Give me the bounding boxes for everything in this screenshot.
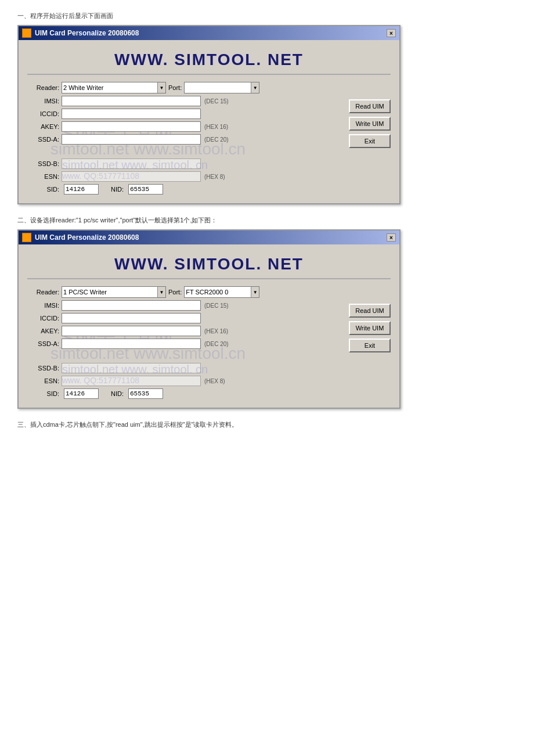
nid-input-1[interactable] (128, 184, 163, 195)
brand-header-1: WWW. SIMTOOL. NET (27, 46, 391, 75)
imsi-row-1: IMSI: (DEC 15) (27, 96, 344, 106)
port-label-2: Port: (168, 289, 182, 296)
ssdb-row-2: SSD-B: simtool.net www. simtool. cn (27, 363, 344, 373)
nid-label-2: NID: (103, 390, 124, 397)
ssda-label-2: SSD-A: (27, 340, 59, 347)
iccid-label-1: ICCID: (27, 110, 59, 117)
esn-note-2: (HEX 8) (204, 378, 225, 384)
iccid-label-2: ICCID: (27, 315, 59, 322)
port-select-2[interactable]: FT SCR2000 0 (184, 286, 259, 298)
akey-input-2[interactable] (62, 326, 201, 336)
imsi-row-2: IMSI: (DEC 15) (27, 300, 344, 311)
reader-select-1[interactable]: 2 White Writer (62, 82, 166, 93)
akey-note-1: (HEX 16) (204, 124, 228, 130)
port-select-wrapper-2: FT SCR2000 0 ▼ (184, 286, 259, 298)
ssda-label-1: SSD-A: (27, 136, 59, 143)
window-body-2: WWW. SIMTOOL. NET Reader: 1 PC/SC Writer… (19, 244, 399, 408)
brand-header-2: WWW. SIMTOOL. NET (27, 250, 391, 279)
exit-button-1[interactable]: Exit (349, 134, 391, 148)
esn-row-1: ESN: (HEX 8) www. QQ:517771108 (27, 171, 344, 182)
window-title-2: UIM Card Personalize 20080608 (35, 233, 139, 242)
sid-row-2: SID: NID: (27, 388, 344, 399)
app-icon-2 (22, 233, 31, 242)
sid-row-1: SID: NID: (27, 184, 344, 195)
buttons-col-1: Read UIM Write UIM Exit (349, 82, 391, 195)
reader-row-1: Reader: 2 White Writer ▼ Port: ▼ (27, 82, 344, 93)
instruction-3: 三、插入cdma卡,芯片触点朝下,按"read uim",跳出提示框按"是"读取… (17, 420, 517, 429)
read-uim-button-2[interactable]: Read UIM (349, 304, 391, 318)
ssdb-row-1: SSD-B: simtool.net www. simtool. cn (27, 159, 344, 169)
nid-input-2[interactable] (128, 388, 163, 399)
akey-label-2: AKEY: (27, 327, 59, 334)
reader-select-wrapper-2: 1 PC/SC Writer ▼ (62, 286, 166, 298)
akey-label-1: AKEY: (27, 123, 59, 130)
esn-label-2: ESN: (27, 377, 59, 384)
akey-row-2: AKEY: (HEX 16) (27, 326, 344, 336)
buttons-col-2: Read UIM Write UIM Exit (349, 286, 391, 399)
fields-col-2: Reader: 1 PC/SC Writer ▼ Port: FT SCR200… (27, 286, 344, 399)
reader-select-2[interactable]: 1 PC/SC Writer (62, 286, 166, 298)
reader-select-wrapper-1: 2 White Writer ▼ (62, 82, 166, 93)
ssda-note-2: (DEC 20) (204, 341, 229, 347)
close-button-1[interactable]: × (387, 29, 396, 37)
ssda-input-2[interactable] (62, 339, 201, 349)
ssdb-input-2[interactable] (62, 363, 201, 373)
akey-row-1: AKEY: (HEX 16) (27, 121, 344, 132)
iccid-row-2: ICCID: (27, 313, 344, 323)
reader-label-2: Reader: (27, 289, 59, 296)
iccid-row-1: ICCID: (27, 109, 344, 119)
imsi-note-1: (DEC 15) (204, 98, 229, 105)
esn-input-2[interactable] (62, 376, 201, 386)
app-icon-1 (22, 28, 31, 38)
watermark-area-1: AKEY: (HEX 16) SSD-A: (DEC 20) SIM卡工具网 s… (27, 121, 344, 156)
iccid-input-2[interactable] (62, 313, 201, 323)
write-uim-button-2[interactable]: Write UIM (349, 321, 391, 335)
form-area-1: Reader: 2 White Writer ▼ Port: ▼ (27, 82, 391, 195)
write-uim-button-1[interactable]: Write UIM (349, 117, 391, 131)
instruction-2: 二、设备选择reader:"1 pc/sc writer","port"默认一般… (17, 216, 517, 225)
akey-note-2: (HEX 16) (204, 328, 228, 334)
ssdb-label-2: SSD-B: (27, 365, 59, 372)
window-title-1: UIM Card Personalize 20080608 (35, 29, 139, 37)
window-2: UIM Card Personalize 20080608 × WWW. SIM… (17, 229, 400, 409)
title-bar-left-2: UIM Card Personalize 20080608 (22, 233, 139, 242)
ssdb-input-1[interactable] (62, 159, 201, 169)
form-area-2: Reader: 1 PC/SC Writer ▼ Port: FT SCR200… (27, 286, 391, 399)
fields-col-1: Reader: 2 White Writer ▼ Port: ▼ (27, 82, 344, 195)
imsi-input-1[interactable] (62, 96, 201, 106)
port-label-1: Port: (168, 84, 182, 91)
sid-input-2[interactable] (64, 388, 99, 399)
reader-row-2: Reader: 1 PC/SC Writer ▼ Port: FT SCR200… (27, 286, 344, 298)
iccid-input-1[interactable] (62, 109, 201, 119)
esn-input-1[interactable] (62, 171, 201, 182)
imsi-note-2: (DEC 15) (204, 303, 229, 309)
instruction-1: 一、程序开始运行后显示下面画面 (17, 12, 517, 20)
akey-input-1[interactable] (62, 121, 201, 132)
title-bar-1: UIM Card Personalize 20080608 × (19, 26, 399, 40)
title-bar-2: UIM Card Personalize 20080608 × (19, 231, 399, 244)
sid-input-1[interactable] (64, 184, 99, 195)
ssda-note-1: (DEC 20) (204, 136, 229, 143)
imsi-input-2[interactable] (62, 300, 201, 311)
esn-row-2: ESN: (HEX 8) www. QQ:517771108 (27, 376, 344, 386)
sid-label-2: SID: (27, 390, 59, 397)
close-button-2[interactable]: × (387, 233, 396, 242)
reader-label-1: Reader: (27, 84, 59, 91)
watermark-area-2: AKEY: (HEX 16) SSD-A: (DEC 20) SIM卡工具网 s… (27, 326, 344, 361)
exit-button-2[interactable]: Exit (349, 339, 391, 352)
read-uim-button-1[interactable]: Read UIM (349, 99, 391, 113)
port-select-wrapper-1: ▼ (184, 82, 259, 93)
ssda-row-2: SSD-A: (DEC 20) (27, 339, 344, 349)
ssdb-label-1: SSD-B: (27, 160, 59, 167)
title-bar-left-1: UIM Card Personalize 20080608 (22, 28, 139, 38)
sid-label-1: SID: (27, 186, 59, 193)
nid-label-1: NID: (103, 186, 124, 193)
port-select-1[interactable] (184, 82, 259, 93)
ssda-input-1[interactable] (62, 134, 201, 145)
window-1: UIM Card Personalize 20080608 × WWW. SIM… (17, 25, 400, 204)
imsi-label-1: IMSI: (27, 98, 59, 105)
window-body-1: WWW. SIMTOOL. NET Reader: 2 White Writer… (19, 40, 399, 203)
esn-note-1: (HEX 8) (204, 174, 225, 180)
imsi-label-2: IMSI: (27, 302, 59, 309)
esn-label-1: ESN: (27, 173, 59, 180)
